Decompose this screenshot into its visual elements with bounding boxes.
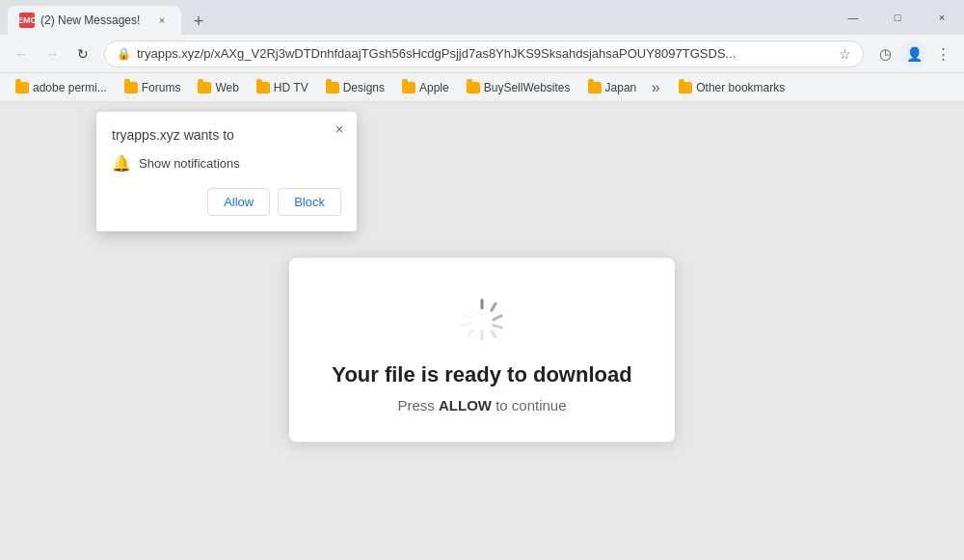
folder-icon	[198, 82, 211, 93]
address-bar: ← → ↻ 🔒 tryapps.xyz/p/xAXg_V2Rj3wDTDnhfd…	[0, 35, 964, 73]
bookmark-japan[interactable]: Japan	[580, 77, 645, 98]
allow-button[interactable]: Allow	[207, 188, 270, 216]
notification-popup: × tryapps.xyz wants to 🔔 Show notificati…	[96, 112, 357, 231]
svg-line-12	[463, 313, 470, 317]
folder-icon	[467, 82, 480, 93]
window-controls: — □ ×	[831, 0, 964, 35]
close-window-button[interactable]: ×	[920, 0, 964, 35]
folder-icon	[15, 82, 29, 93]
toolbar-icons: ◷ 👤 ⋮	[871, 40, 956, 67]
tab-bar: EMC (2) New Messages! × +	[8, 0, 831, 35]
svg-line-13	[469, 304, 472, 310]
block-button[interactable]: Block	[278, 188, 341, 216]
popup-buttons: Allow Block	[112, 188, 341, 216]
url-bar[interactable]: 🔒 tryapps.xyz/p/xAXg_V2Rj3wDTDnhfdaajTGs…	[104, 40, 864, 67]
maximize-button[interactable]: □	[875, 0, 920, 35]
subtitle-suffix: to continue	[492, 396, 567, 413]
bookmark-buysell[interactable]: BuySellWebsites	[459, 77, 578, 98]
forward-button[interactable]: →	[39, 40, 66, 67]
subtitle-bold: ALLOW	[439, 396, 492, 413]
spinner-svg	[459, 296, 505, 342]
refresh-button[interactable]: ↻	[69, 40, 96, 67]
svg-line-11	[463, 323, 470, 325]
bookmark-web[interactable]: Web	[190, 77, 246, 98]
profile-icon[interactable]: 👤	[900, 40, 927, 67]
download-card: #spinner-group { animation: spin 1s line…	[289, 257, 675, 441]
notification-text: Show notifications	[139, 156, 240, 171]
bookmark-adobe[interactable]: adobe permi...	[8, 77, 115, 98]
browser-window: EMC (2) New Messages! × + — □ × ← → ↻ 🔒 …	[0, 0, 964, 560]
other-bookmarks[interactable]: Other bookmarks	[671, 77, 792, 98]
popup-close-button[interactable]: ×	[330, 120, 349, 139]
bookmark-star-icon[interactable]: ☆	[839, 46, 851, 62]
minimize-button[interactable]: —	[831, 0, 875, 35]
folder-icon	[124, 82, 138, 93]
svg-line-10	[469, 330, 472, 335]
bookmark-apple[interactable]: Apple	[394, 77, 457, 98]
tab-title: (2) New Messages!	[40, 13, 148, 27]
svg-line-5	[492, 304, 495, 310]
menu-button[interactable]: ⋮	[929, 40, 956, 67]
lock-icon: 🔒	[117, 47, 131, 61]
title-bar: EMC (2) New Messages! × + — □ ×	[0, 0, 964, 35]
popup-title: tryapps.xyz wants to	[112, 127, 341, 143]
url-text: tryapps.xyz/p/xAXg_V2Rj3wDTDnhfdaajTGsh5…	[137, 46, 833, 61]
tab-favicon: EMC	[19, 13, 35, 28]
loading-spinner: #spinner-group { animation: spin 1s line…	[459, 296, 505, 342]
notification-row: 🔔 Show notifications	[112, 154, 341, 173]
new-tab-button[interactable]: +	[185, 8, 212, 35]
page-content: {malwarefixes} × tryapps.xyz wants to 🔔 …	[0, 102, 964, 560]
folder-icon	[326, 82, 339, 93]
bookmark-forums[interactable]: Forums	[117, 77, 189, 98]
bell-icon: 🔔	[112, 154, 131, 173]
back-button[interactable]: ←	[8, 40, 35, 67]
subtitle-prefix: Press	[397, 396, 439, 413]
bookmarks-bar: adobe permi... Forums Web HD TV Designs …	[0, 73, 964, 102]
folder-icon	[588, 82, 602, 93]
folder-icon	[679, 82, 692, 93]
bookmark-hdtv[interactable]: HD TV	[249, 77, 316, 98]
download-subtitle: Press ALLOW to continue	[318, 396, 646, 413]
more-bookmarks-button[interactable]: »	[646, 78, 665, 97]
folder-icon	[402, 82, 415, 93]
active-tab[interactable]: EMC (2) New Messages! ×	[8, 6, 181, 35]
tab-close-button[interactable]: ×	[154, 13, 170, 28]
svg-line-6	[494, 315, 501, 319]
bookmark-designs[interactable]: Designs	[318, 77, 392, 98]
history-icon[interactable]: ◷	[871, 40, 898, 67]
svg-line-7	[494, 325, 501, 327]
svg-line-8	[492, 331, 495, 336]
download-title: Your file is ready to download	[318, 361, 646, 387]
folder-icon	[256, 82, 270, 93]
